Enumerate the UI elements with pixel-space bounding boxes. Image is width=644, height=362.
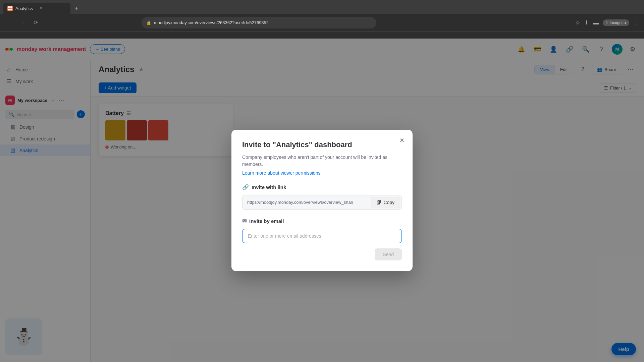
svg-rect-2 [8, 9, 10, 10]
tab-bar: Analytics × + [0, 0, 644, 14]
browser-chrome: Analytics × + ← → ⟳ 🔒 moodjoy.monday.com… [0, 0, 644, 39]
copy-label: Copy [383, 200, 394, 205]
address-bar[interactable]: 🔒 moodjoy.monday.com/overviews/263362?us… [142, 17, 376, 28]
new-tab-button[interactable]: + [72, 4, 81, 13]
active-tab[interactable]: Analytics × [3, 3, 70, 14]
app-container: monday work management → See plans 🔔 💳 👤… [0, 39, 644, 362]
incognito-icon: 🉖 [606, 20, 607, 25]
invite-email-section: ✉ Invite by email [242, 218, 402, 243]
modal-overlay: ✕ Invite to "Analytics" dashboard Compan… [0, 39, 644, 362]
download-icon[interactable]: ⭳ [584, 20, 589, 26]
invite-modal: ✕ Invite to "Analytics" dashboard Compan… [231, 130, 413, 271]
copy-button[interactable]: 🗐 Copy [371, 197, 400, 208]
invite-link-section: 🔗 Invite with link https://moodjoy.monda… [242, 184, 402, 210]
link-icon: 🔗 [242, 184, 249, 190]
nav-right-actions: ☆ ⭳ ▬ 🉖 Incognito ⋮ [575, 19, 639, 26]
reload-button[interactable]: ⟳ [31, 18, 40, 27]
menu-icon[interactable]: ⋮ [633, 19, 639, 26]
learn-more-link[interactable]: Learn more about viewer permissions [242, 170, 320, 176]
invite-link-row: https://moodjoy.monday.com/overviews/ove… [242, 195, 402, 210]
send-label: Send [383, 252, 394, 257]
browser-nav: ← → ⟳ 🔒 moodjoy.monday.com/overviews/263… [0, 14, 644, 32]
svg-rect-0 [8, 6, 10, 8]
email-icon: ✉ [242, 218, 247, 224]
incognito-badge: 🉖 Incognito [603, 19, 629, 26]
forward-button[interactable]: → [18, 18, 28, 27]
invite-email-title-text: Invite by email [249, 218, 284, 224]
email-input[interactable] [242, 229, 402, 243]
invite-link-section-title: 🔗 Invite with link [242, 184, 402, 190]
bookmark-star-icon[interactable]: ☆ [575, 19, 580, 26]
modal-title: Invite to "Analytics" dashboard [242, 140, 402, 149]
invite-link-url: https://moodjoy.monday.com/overviews/ove… [247, 200, 368, 205]
extensions-icon[interactable]: ▬ [593, 20, 599, 26]
lock-icon: 🔒 [146, 20, 151, 25]
modal-close-button[interactable]: ✕ [396, 135, 407, 146]
tab-close-button[interactable]: × [38, 6, 44, 11]
copy-icon: 🗐 [377, 200, 381, 205]
svg-rect-3 [10, 9, 12, 10]
invite-email-section-title: ✉ Invite by email [242, 218, 402, 224]
svg-rect-1 [10, 6, 12, 8]
tab-title: Analytics [15, 6, 33, 11]
tab-favicon [7, 6, 13, 11]
send-button[interactable]: Send [375, 248, 402, 260]
back-button[interactable]: ← [5, 18, 15, 27]
modal-description: Company employees who aren't part of you… [242, 154, 402, 168]
incognito-label: Incognito [609, 20, 626, 25]
url-text: moodjoy.monday.com/overviews/263362?user… [154, 20, 269, 25]
invite-link-title-text: Invite with link [252, 184, 286, 190]
